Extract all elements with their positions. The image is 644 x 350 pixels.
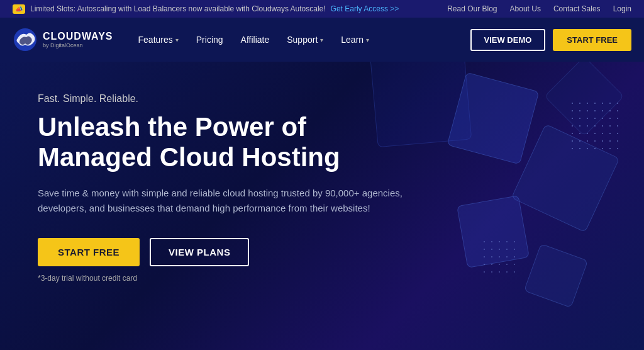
view-plans-button[interactable]: VIEW PLANS	[150, 238, 249, 266]
dot-pattern-1	[569, 99, 619, 150]
hero-section: Fast. Simple. Reliable. Unleash the Powe…	[0, 62, 644, 350]
about-us-link[interactable]: About Us	[510, 4, 541, 13]
logo-text: CLOUDWAYS by DigitalOcean	[43, 31, 113, 48]
nav-affiliate[interactable]: Affiliate	[241, 35, 270, 45]
megaphone-icon: 📣	[13, 4, 25, 14]
announcement-area: 📣 Limited Slots: Autoscaling with Load B…	[13, 4, 399, 14]
nav-features[interactable]: Features ▾	[138, 35, 179, 45]
announcement-text: Limited Slots: Autoscaling with Load Bal…	[30, 4, 326, 13]
nav-pricing[interactable]: Pricing	[196, 35, 223, 45]
navbar-left: CLOUDWAYS by DigitalOcean Features ▾ Pri…	[13, 27, 369, 52]
top-bar: 📣 Limited Slots: Autoscaling with Load B…	[0, 0, 644, 18]
hero-title: Unleash the Power ofManaged Cloud Hostin…	[38, 112, 402, 173]
read-blog-link[interactable]: Read Our Blog	[447, 4, 497, 13]
hex-decoration-5	[524, 244, 589, 308]
dot-pattern-2	[480, 238, 518, 276]
hex-grid	[380, 62, 644, 350]
start-free-nav-button[interactable]: START FREE	[553, 29, 631, 51]
logo[interactable]: CLOUDWAYS by DigitalOcean	[13, 27, 113, 52]
view-demo-button[interactable]: VIEW DEMO	[470, 29, 546, 51]
login-link[interactable]: Login	[613, 4, 631, 13]
nav-links: Features ▾ Pricing Affiliate Support ▾ L…	[138, 35, 370, 45]
start-free-hero-button[interactable]: START FREE	[38, 238, 140, 266]
chevron-down-icon: ▾	[175, 37, 179, 43]
nav-support[interactable]: Support ▾	[287, 35, 323, 45]
brand-name: CLOUDWAYS	[43, 31, 113, 42]
hero-description: Save time & money with simple and reliab…	[38, 186, 402, 216]
hero-buttons: START FREE VIEW PLANS	[38, 238, 402, 266]
hero-content: Fast. Simple. Reliable. Unleash the Powe…	[38, 93, 402, 283]
hero-tagline: Fast. Simple. Reliable.	[38, 93, 402, 104]
navbar-right: VIEW DEMO START FREE	[470, 29, 632, 51]
chevron-down-icon-support: ▾	[320, 37, 323, 43]
chevron-down-icon-learn: ▾	[366, 37, 369, 43]
hero-visual	[380, 62, 644, 350]
get-early-access-link[interactable]: Get Early Access >>	[331, 4, 399, 13]
navbar: CLOUDWAYS by DigitalOcean Features ▾ Pri…	[0, 18, 644, 62]
trial-note: *3-day trial without credit card	[38, 274, 402, 283]
nav-learn[interactable]: Learn ▾	[341, 35, 369, 45]
logo-icon	[13, 27, 38, 52]
contact-sales-link[interactable]: Contact Sales	[553, 4, 601, 13]
top-bar-links: Read Our Blog About Us Contact Sales Log…	[447, 4, 631, 13]
brand-sub: by DigitalOcean	[43, 42, 113, 48]
